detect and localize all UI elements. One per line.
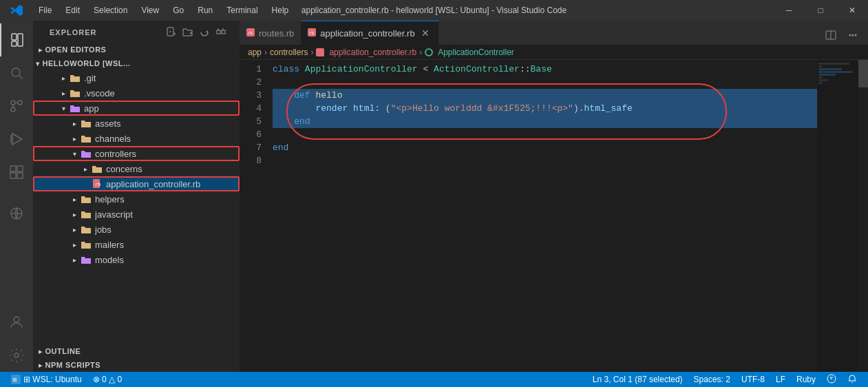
menu-terminal[interactable]: Terminal	[221, 4, 263, 17]
new-file-icon[interactable]	[165, 26, 178, 39]
tree-item-controllers[interactable]: ▾ controllers	[33, 146, 240, 161]
kw-end-inner: end	[294, 115, 310, 128]
svg-point-35	[849, 34, 851, 36]
status-eol[interactable]: LF	[770, 372, 791, 387]
menu-go[interactable]: Go	[167, 4, 189, 17]
maximize-button[interactable]: □	[805, 0, 836, 21]
spaces-label: Spaces: 2	[694, 375, 730, 384]
source-control-activity-icon[interactable]	[0, 90, 33, 123]
svg-rect-23	[217, 30, 220, 34]
status-position[interactable]: Ln 3, Col 1 (87 selected)	[587, 372, 688, 387]
concerns-arrow: ▸	[80, 165, 91, 173]
search-activity-icon[interactable]	[0, 56, 33, 90]
split-editor-icon[interactable]	[821, 25, 840, 45]
npm-scripts-section[interactable]: ▸ NPM Scripts	[33, 358, 240, 372]
tab-application-controller[interactable]: rb application_controller.rb ✕	[301, 21, 438, 45]
menu-help[interactable]: Help	[266, 4, 295, 17]
status-encoding[interactable]: UTF-8	[736, 372, 770, 387]
svg-text:rb: rb	[95, 182, 100, 187]
svg-point-16	[14, 353, 19, 357]
new-folder-icon[interactable]	[182, 26, 194, 39]
wsl-label: ⊞ WSL: Ubuntu	[23, 375, 82, 384]
refresh-icon[interactable]	[198, 26, 211, 39]
code-line-2	[273, 76, 817, 89]
status-errors[interactable]: ⊗ 0 △ 0	[87, 372, 127, 387]
svg-point-36	[852, 34, 854, 36]
code-line-8	[273, 154, 817, 167]
more-actions-icon[interactable]	[843, 25, 862, 45]
outline-section[interactable]: ▸ Outline	[33, 344, 240, 358]
tree-item-app[interactable]: ▾ app	[33, 101, 240, 116]
status-language[interactable]: Ruby	[791, 372, 821, 387]
menu-selection[interactable]: Selection	[88, 4, 133, 17]
minimize-button[interactable]: ─	[773, 0, 805, 21]
tree-item-mailers[interactable]: ▸ mailers	[33, 237, 240, 252]
code-content[interactable]: class ApplicationController < ActionCont…	[267, 60, 817, 372]
tree-item-git[interactable]: ▸ .git	[33, 70, 240, 85]
code-editor[interactable]: 1 2 3 4 5 6 7 8 class ApplicationControl…	[240, 60, 868, 372]
open-editors-arrow: ▸	[39, 46, 43, 54]
accounts-activity-icon[interactable]	[0, 306, 33, 339]
fn-html-safe: html_safe	[584, 102, 633, 115]
code-line-4: ········render html: ("<p>Hello worlddd …	[273, 102, 817, 115]
status-wsl[interactable]: ⊞ ⊞ WSL: Ubuntu	[6, 372, 87, 387]
svg-point-15	[14, 317, 19, 322]
svg-text:rb: rb	[248, 30, 253, 35]
tree-item-concerns[interactable]: ▸ concerns	[33, 161, 240, 176]
controllers-arrow: ▾	[69, 150, 80, 158]
svg-rect-12	[10, 173, 16, 178]
tab-routes[interactable]: rb routes.rb	[240, 21, 301, 45]
tree-item-models[interactable]: ▸ models	[33, 252, 240, 267]
menu-file[interactable]: File	[33, 4, 57, 17]
javascript-label: javascript	[95, 209, 133, 220]
tree-item-vscode[interactable]: ▸ .vscode	[33, 85, 240, 101]
status-bell[interactable]	[842, 372, 862, 387]
activity-bar-bottom	[0, 306, 33, 372]
svg-rect-2	[18, 34, 23, 46]
helloworld-label: HELLOWORLD [WSL...	[43, 59, 235, 67]
menu-edit[interactable]: Edit	[60, 4, 85, 17]
status-spaces[interactable]: Spaces: 2	[688, 372, 736, 387]
remote-activity-icon[interactable]	[0, 197, 33, 230]
helloworld-section[interactable]: ▾ HELLOWORLD [WSL...	[33, 56, 240, 70]
collapse-all-icon[interactable]	[215, 26, 227, 39]
git-label: .git	[84, 73, 96, 83]
svg-rect-1	[12, 41, 17, 46]
helpers-folder-icon	[80, 193, 92, 205]
assets-label: assets	[95, 118, 121, 129]
menu-view[interactable]: View	[136, 4, 165, 17]
code-line-6	[273, 128, 817, 141]
application-controller-label: application_controller.rb	[106, 179, 200, 189]
svg-rect-0	[12, 34, 17, 40]
tree-item-javascript[interactable]: ▸ javascript	[33, 207, 240, 222]
attr-html: html	[353, 102, 374, 115]
run-activity-icon[interactable]	[0, 123, 33, 156]
app-label: app	[84, 103, 99, 114]
breadcrumb-class[interactable]: ApplicationController	[438, 48, 514, 57]
svg-point-7	[11, 107, 15, 112]
tree-item-application-controller[interactable]: ▸ rb application_controller.rb	[33, 176, 240, 191]
line-numbers: 1 2 3 4 5 6 7 8	[240, 60, 267, 372]
status-feedback[interactable]	[821, 372, 842, 387]
breadcrumb-app[interactable]: app	[248, 48, 262, 57]
explorer-activity-icon[interactable]	[0, 23, 33, 56]
extensions-activity-icon[interactable]	[0, 156, 33, 189]
routes-tab-label: routes.rb	[259, 28, 294, 39]
open-editors-section[interactable]: ▸ Open Editors	[33, 43, 240, 56]
assets-folder-icon	[80, 117, 92, 129]
breadcrumb-controllers[interactable]: controllers	[270, 48, 308, 57]
close-button[interactable]: ✕	[836, 0, 868, 21]
concerns-folder-icon	[91, 163, 103, 175]
tree-item-jobs[interactable]: ▸ jobs	[33, 222, 240, 237]
git-arrow: ▸	[58, 74, 69, 82]
tree-item-channels[interactable]: ▸ channels	[33, 131, 240, 146]
controller-tab-close[interactable]: ✕	[419, 27, 432, 39]
editor-scrollbar[interactable]	[858, 60, 868, 372]
language-label: Ruby	[796, 375, 816, 384]
minimap	[817, 60, 858, 372]
menu-run[interactable]: Run	[192, 4, 218, 17]
settings-activity-icon[interactable]	[0, 339, 33, 372]
breadcrumb-filename[interactable]: application_controller.rb	[329, 48, 416, 57]
tree-item-assets[interactable]: ▸ assets	[33, 116, 240, 131]
tree-item-helpers[interactable]: ▸ helpers	[33, 191, 240, 207]
